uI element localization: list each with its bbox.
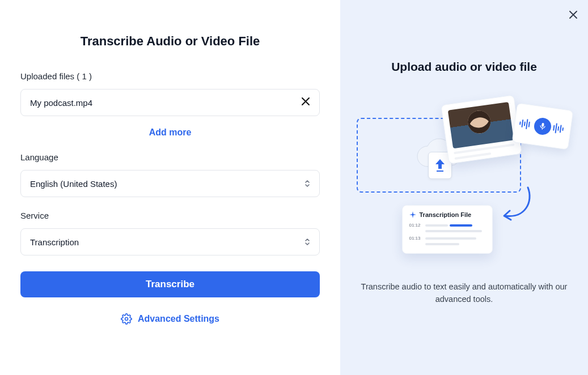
file-name: My podcast.mp4: [30, 98, 301, 108]
service-label: Service: [20, 211, 320, 220]
right-panel: Upload audio or video file: [340, 0, 588, 375]
waveform-icon: [552, 123, 566, 135]
right-panel-title: Upload audio or video file: [391, 60, 537, 74]
chevron-up-down-icon: [304, 238, 310, 246]
service-value: Transcription: [30, 237, 304, 247]
add-more-button[interactable]: Add more: [20, 127, 320, 138]
language-label: Language: [20, 152, 320, 162]
language-value: English (United States): [30, 179, 304, 189]
transcription-card-title: Transcription File: [420, 211, 472, 218]
right-panel-description: Transcribe audio to text easily and auto…: [357, 281, 572, 306]
upload-arrow-icon: [434, 158, 446, 173]
remove-file-button[interactable]: [301, 97, 310, 109]
uploaded-file-row: My podcast.mp4: [20, 89, 320, 116]
svg-rect-1: [437, 171, 443, 172]
page-title: Transcribe Audio or Video File: [20, 34, 320, 49]
timestamp: 01:13: [409, 236, 422, 241]
transcribe-button[interactable]: Transcribe: [20, 271, 320, 297]
uploaded-files-label: Uploaded files ( 1 ): [20, 71, 320, 81]
close-button[interactable]: [569, 10, 578, 22]
video-thumbnail-card: [441, 95, 522, 164]
svg-rect-2: [541, 123, 544, 127]
advanced-settings-label: Advanced Settings: [138, 314, 219, 324]
chevron-up-down-icon: [304, 180, 310, 188]
illustration: Transcription File 01:12 01:13: [357, 94, 572, 270]
waveform-icon: [519, 118, 532, 130]
close-icon: [569, 10, 578, 19]
language-select[interactable]: English (United States): [20, 170, 320, 197]
left-panel: Transcribe Audio or Video File Uploaded …: [0, 0, 340, 375]
microphone-icon: [533, 117, 552, 136]
svg-point-0: [125, 318, 128, 321]
timestamp: 01:12: [409, 223, 422, 228]
sparkle-icon: [409, 211, 416, 218]
close-icon: [301, 97, 310, 106]
transcription-preview-card: Transcription File 01:12 01:13: [402, 205, 493, 254]
advanced-settings-button[interactable]: Advanced Settings: [20, 313, 320, 325]
flow-arrow-icon: [500, 185, 534, 230]
service-select[interactable]: Transcription: [20, 228, 320, 255]
audio-wave-card: [511, 103, 573, 150]
gear-icon: [121, 313, 132, 325]
